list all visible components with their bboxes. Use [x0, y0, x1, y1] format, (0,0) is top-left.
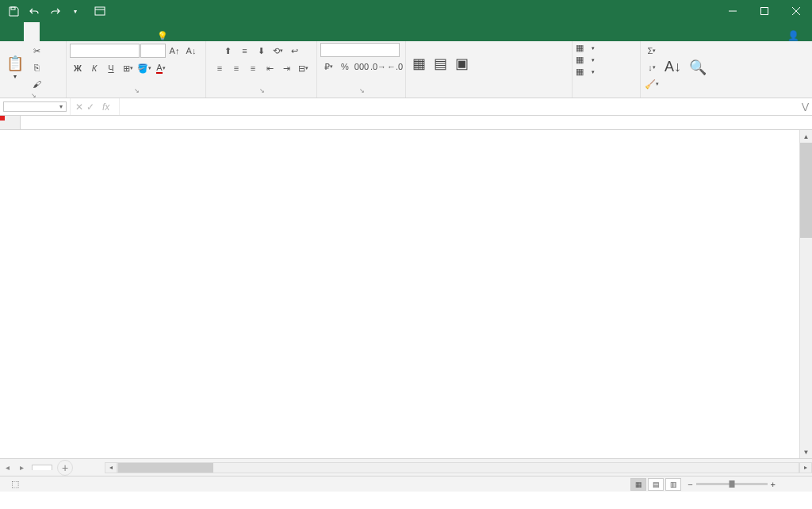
tell-me-search[interactable]: 💡 [151, 31, 178, 41]
cell-styles-button[interactable]: ▣ [452, 53, 472, 75]
scroll-right-icon[interactable]: ▸ [799, 462, 812, 473]
cell-styles-icon: ▣ [455, 55, 469, 72]
tab-view[interactable] [119, 22, 135, 41]
page-break-view-button[interactable]: ▥ [665, 478, 681, 491]
border-icon[interactable]: ⊞▾ [120, 60, 136, 76]
italic-icon[interactable]: К [86, 60, 102, 76]
spreadsheet-grid: ▲ ▼ [0, 116, 812, 458]
tab-home[interactable] [24, 22, 40, 41]
scroll-up-icon[interactable]: ▲ [800, 130, 812, 143]
tab-data[interactable] [87, 22, 103, 41]
share-button[interactable]: 👤 [778, 30, 812, 41]
font-name-combo[interactable] [70, 44, 140, 58]
conditional-formatting-button[interactable]: ▦ [409, 53, 429, 75]
format-cells-button[interactable]: ▦ ▾ [576, 67, 595, 77]
scroll-down-icon[interactable]: ▼ [800, 446, 812, 458]
insert-cells-button[interactable]: ▦ ▾ [576, 43, 595, 53]
sort-filter-button[interactable]: A↓ [661, 57, 684, 78]
sheet-nav-prev-icon[interactable]: ◂ [0, 463, 14, 472]
quick-access-toolbar: ▾ [0, 2, 84, 20]
tab-pagelayout[interactable] [56, 22, 71, 41]
font-color-icon[interactable]: A▾ [153, 60, 169, 76]
vertical-scroll-thumb[interactable] [800, 143, 812, 238]
tab-developer[interactable] [135, 22, 151, 41]
align-right-icon[interactable]: ≡ [245, 60, 261, 76]
alignment-launcher-icon[interactable]: ↘ [259, 87, 265, 94]
paste-button[interactable]: 📋 ▾ [3, 53, 27, 82]
horizontal-scroll-thumb[interactable] [118, 463, 213, 473]
scroll-left-icon[interactable]: ◂ [105, 462, 117, 473]
accounting-format-icon[interactable]: ₽▾ [320, 59, 336, 75]
select-all-button[interactable] [0, 116, 21, 129]
tab-formulas[interactable] [71, 22, 87, 41]
clipboard-launcher-icon[interactable]: ↘ [31, 92, 36, 99]
number-launcher-icon[interactable]: ↘ [359, 87, 365, 94]
format-painter-icon[interactable]: 🖌 [29, 76, 44, 92]
page-layout-view-button[interactable]: ▤ [648, 478, 664, 491]
align-top-icon[interactable]: ⬆ [220, 43, 236, 59]
percent-format-icon[interactable]: % [337, 59, 353, 75]
normal-view-button[interactable]: ▦ [630, 478, 646, 491]
copy-icon[interactable]: ⎘ [29, 59, 44, 75]
underline-icon[interactable]: Ч [103, 60, 119, 76]
minimize-button[interactable] [717, 0, 749, 22]
save-icon[interactable] [5, 2, 22, 20]
svg-rect-0 [11, 7, 15, 10]
add-sheet-button[interactable]: + [57, 460, 73, 476]
decrease-indent-icon[interactable]: ⇤ [262, 60, 278, 76]
redo-icon[interactable] [46, 2, 63, 20]
fx-icon[interactable]: fx [98, 101, 114, 113]
ribbon-display-options-icon[interactable] [84, 0, 116, 22]
clear-icon[interactable]: 🧹▾ [644, 76, 660, 92]
cut-icon[interactable]: ✂ [29, 43, 44, 59]
group-clipboard: 📋 ▾ ✂ ⎘ 🖌 ↘ [0, 41, 67, 98]
comma-format-icon[interactable]: 000 [354, 59, 370, 75]
autosum-icon[interactable]: Σ▾ [644, 43, 660, 59]
align-left-icon[interactable]: ≡ [212, 60, 228, 76]
wrap-text-icon[interactable]: ↩ [287, 43, 303, 59]
zoom-slider[interactable] [696, 483, 768, 485]
merge-center-icon[interactable]: ⊟▾ [295, 60, 311, 76]
qat-customize-icon[interactable]: ▾ [67, 2, 84, 20]
close-button[interactable] [780, 0, 812, 22]
find-select-button[interactable]: 🔍 [686, 57, 710, 78]
undo-icon[interactable] [25, 2, 43, 20]
tab-file[interactable] [5, 22, 24, 41]
insert-icon: ▦ [576, 43, 584, 53]
format-as-table-button[interactable]: ▤ [431, 53, 450, 75]
font-launcher-icon[interactable]: ↘ [134, 87, 140, 94]
number-format-combo[interactable] [320, 43, 400, 57]
fill-color-icon[interactable]: 🪣▾ [136, 60, 152, 76]
name-box-dropdown-icon[interactable]: ▾ [59, 103, 63, 110]
grid-rows[interactable] [0, 130, 812, 458]
increase-indent-icon[interactable]: ⇥ [278, 60, 294, 76]
tab-insert[interactable] [40, 22, 56, 41]
sheet-nav-next-icon[interactable]: ▸ [14, 463, 29, 472]
cancel-formula-icon[interactable]: ✕ [75, 101, 83, 113]
maximize-button[interactable] [749, 0, 780, 22]
zoom-out-button[interactable]: − [688, 480, 692, 489]
expand-formula-bar-icon[interactable]: ⋁ [798, 101, 812, 112]
horizontal-scrollbar[interactable]: ◂ ▸ [105, 462, 812, 473]
enter-formula-icon[interactable]: ✓ [86, 101, 94, 113]
align-center-icon[interactable]: ≡ [228, 60, 244, 76]
formula-input[interactable] [120, 101, 798, 113]
font-size-combo[interactable] [140, 44, 166, 58]
decrease-font-icon[interactable]: A↓ [183, 43, 199, 59]
zoom-in-button[interactable]: + [771, 480, 776, 489]
bold-icon[interactable]: Ж [70, 60, 86, 76]
sheet-tab-1[interactable] [32, 465, 52, 470]
orientation-icon[interactable]: ⟲▾ [270, 43, 286, 59]
fill-icon[interactable]: ↓▾ [644, 59, 660, 75]
decrease-decimal-icon[interactable]: ←.0 [387, 59, 403, 75]
clipboard-icon: 📋 [6, 55, 24, 72]
increase-font-icon[interactable]: A↑ [167, 43, 182, 59]
align-middle-icon[interactable]: ≡ [237, 43, 253, 59]
name-box[interactable]: ▾ [3, 101, 67, 112]
align-bottom-icon[interactable]: ⬇ [254, 43, 270, 59]
increase-decimal-icon[interactable]: .0→ [370, 59, 386, 75]
delete-cells-button[interactable]: ▦ ▾ [576, 55, 595, 65]
macro-record-icon[interactable]: ⬚ [11, 479, 19, 489]
vertical-scrollbar[interactable]: ▲ ▼ [799, 130, 812, 458]
tab-review[interactable] [103, 22, 119, 41]
